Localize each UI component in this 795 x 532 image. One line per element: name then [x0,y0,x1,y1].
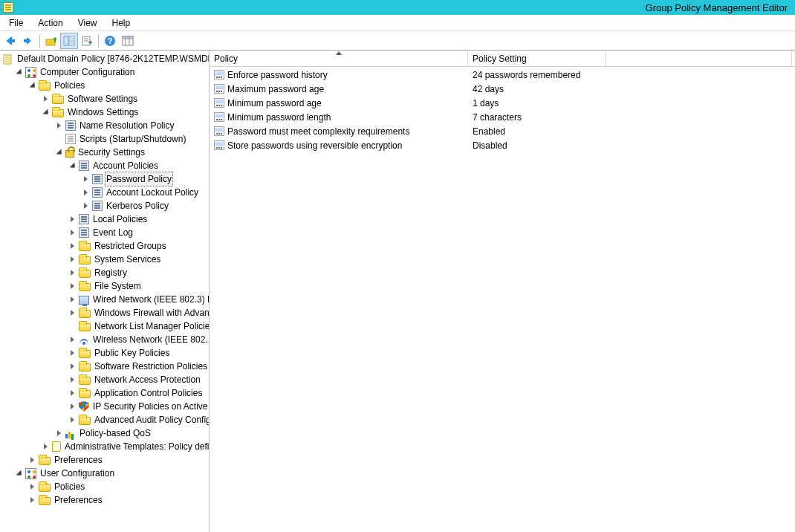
help-button[interactable]: ? [101,33,119,49]
filter-button[interactable] [119,33,137,49]
list-body[interactable]: Enforce password history24 passwords rem… [210,67,795,532]
policy-name-cell: Minimum password length [210,112,468,123]
forward-button[interactable] [19,33,37,49]
tree-item[interactable]: Password Policy [0,172,209,186]
expander-open-icon[interactable] [68,161,77,170]
expander-closed-icon[interactable] [82,175,91,184]
menu-file[interactable]: File [1,16,30,30]
tree-item[interactable]: Scripts (Startup/Shutdown) [0,132,209,146]
expander-closed-icon[interactable] [68,228,77,237]
expander-closed-icon[interactable] [82,201,91,210]
tree-item[interactable]: Preferences [0,453,209,467]
tree-label: Name Resolution Policy [78,119,175,132]
column-header-policy[interactable]: Policy [210,51,468,66]
folder-closed-icon [79,310,91,318]
tree-item[interactable]: Account Lockout Policy [0,186,209,199]
tree-item[interactable]: Wireless Network (IEEE 802.11) Policies [0,333,209,346]
tree-item[interactable]: IP Security Policies on Active Directory [0,400,209,413]
tree-label: Security Settings [77,146,146,159]
expander-closed-icon[interactable] [68,255,77,264]
expander-closed-icon[interactable] [68,282,77,291]
export-list-button[interactable] [78,33,96,49]
expander-open-icon[interactable] [42,108,51,117]
tree-item[interactable]: Administrative Templates: Policy definit… [0,440,209,453]
expander-closed-icon[interactable] [68,402,77,411]
list-item[interactable]: Enforce password history24 passwords rem… [210,68,795,82]
expander-closed-icon[interactable] [68,241,77,250]
list-item[interactable]: Minimum password length7 characters [210,110,795,124]
menu-action[interactable]: Action [30,16,70,30]
console-tree-pane[interactable]: Default Domain Policy [8746-2K12TEMP.WSM… [0,51,210,532]
list-item[interactable]: Store passwords using reversible encrypt… [210,138,795,152]
expander-closed-icon[interactable] [68,362,77,371]
tree-item[interactable]: Windows Settings [0,106,209,119]
folder-closed-icon [52,96,64,104]
expander-closed-icon[interactable] [68,348,77,357]
tree-item[interactable]: Public Key Policies [0,346,209,360]
expander-open-icon[interactable] [15,68,24,77]
expander-closed-icon[interactable] [68,268,77,277]
expander-closed-icon[interactable] [68,375,77,384]
folder-closed-icon [79,417,91,425]
expander-closed-icon[interactable] [68,335,77,344]
tree-item[interactable]: Policies [0,480,209,493]
expander-closed-icon[interactable] [68,415,77,424]
tree-item[interactable]: Preferences [0,493,209,507]
tree-item[interactable]: Event Log [0,226,209,239]
expander-closed-icon[interactable] [28,482,37,491]
show-tree-button[interactable] [60,33,78,49]
expander-closed-icon[interactable] [82,188,91,197]
tree-item[interactable]: Restricted Groups [0,239,209,253]
expander-closed-icon[interactable] [28,496,37,505]
tree-item[interactable]: File System [0,279,209,293]
expander-open-icon[interactable] [55,148,64,157]
tree-item[interactable]: Kerberos Policy [0,199,209,213]
expander-closed-icon[interactable] [68,295,77,304]
tree-item[interactable]: Policy-based QoS [0,426,209,440]
back-button[interactable] [1,33,19,49]
tree-item[interactable]: Network Access Protection [0,373,209,386]
up-button[interactable] [42,33,60,49]
menu-view[interactable]: View [71,16,105,30]
expander-open-icon[interactable] [28,81,37,90]
column-header-blank[interactable] [606,51,792,66]
expander-closed-icon[interactable] [42,442,51,451]
expander-closed-icon[interactable] [42,94,51,103]
tree-item[interactable]: Application Control Policies [0,386,209,400]
tree-item[interactable]: Computer Configuration [0,65,209,79]
policy-item-icon [214,70,224,80]
expander-closed-icon[interactable] [55,429,64,438]
tree-item[interactable]: Wired Network (IEEE 802.3) Policies [0,293,209,306]
expander-closed-icon[interactable] [55,121,64,130]
policy-icon [79,227,89,238]
expander-open-icon[interactable] [15,469,24,478]
list-item[interactable]: Password must meet complexity requiremen… [210,124,795,138]
list-item[interactable]: Minimum password age1 days [210,96,795,110]
policy-name: Minimum password length [227,112,331,123]
tree-item[interactable]: System Services [0,253,209,266]
tree-item[interactable]: Software Restriction Policies [0,360,209,373]
expander-closed-icon[interactable] [68,215,77,224]
tree-item[interactable]: Windows Firewall with Advanced Security [0,306,209,319]
tree-item[interactable]: Advanced Audit Policy Configuration [0,413,209,426]
menu-help[interactable]: Help [105,16,138,30]
tree-item[interactable]: Name Resolution Policy [0,119,209,132]
expander-closed-icon[interactable] [68,389,77,398]
expander-closed-icon[interactable] [68,308,77,317]
tree-item[interactable]: Local Policies [0,213,209,226]
tree-label: Preferences [53,453,104,467]
tree-item[interactable]: Software Settings [0,92,209,106]
tree-root[interactable]: Default Domain Policy [8746-2K12TEMP.WSM… [0,52,209,65]
tree-item[interactable]: Account Policies [0,159,209,172]
tree-item[interactable]: Registry [0,266,209,279]
column-header-policy-setting[interactable]: Policy Setting [468,51,606,66]
tree-item[interactable]: User Configuration [0,467,209,480]
tree-item[interactable]: Policies [0,79,209,92]
folder-closed-icon [79,377,91,385]
network-icon [79,296,89,305]
list-item[interactable]: Maximum password age42 days [210,82,795,96]
tree-item[interactable]: Security Settings [0,146,209,159]
expander-closed-icon[interactable] [28,455,37,464]
tree-item[interactable]: Network List Manager Policies [0,319,209,333]
console-tree[interactable]: Default Domain Policy [8746-2K12TEMP.WSM… [0,51,209,507]
